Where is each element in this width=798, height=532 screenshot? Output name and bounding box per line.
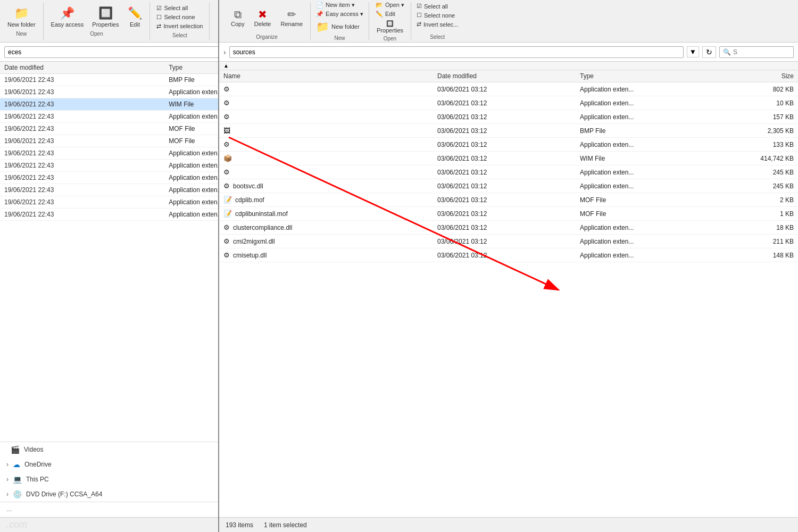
nav-item-thispc[interactable]: › 💻 This PC bbox=[0, 472, 221, 487]
properties-label-right: Properties bbox=[377, 27, 403, 34]
right-file-row-12[interactable]: ⚙cmisetup.dll 03/06/2021 03:12 Applicati… bbox=[219, 248, 798, 262]
onedrive-icon: ☁ bbox=[13, 460, 20, 469]
selected-count-right: 1 item selected bbox=[264, 521, 307, 529]
size-header-right[interactable]: Size bbox=[722, 72, 794, 80]
ribbon-section-open: 📌 Easy access 🔲 Properties ✏️ Edit Open bbox=[44, 2, 151, 40]
dvd-label: DVD Drive (F:) CCSA_A64 bbox=[26, 491, 102, 498]
nav-arrow-dvd: › bbox=[6, 491, 9, 498]
right-file-row-5[interactable]: 📦 03/06/2021 03:12 WIM File 414,742 KB bbox=[219, 152, 798, 165]
edit-icon-right: ✏️ bbox=[376, 11, 383, 18]
right-ribbon-new: 📄 New item ▾ 📌 Easy access ▾ 📁 New folde… bbox=[311, 2, 369, 40]
copy-button-right[interactable]: ⧉ Copy bbox=[227, 7, 249, 28]
right-file-size-11: 211 KB bbox=[722, 238, 794, 245]
right-file-size-12: 148 KB bbox=[722, 252, 794, 259]
type-header-right[interactable]: Type bbox=[580, 72, 722, 80]
left-file-date-0: 19/06/2021 22:43 bbox=[4, 76, 169, 84]
refresh-button-right[interactable]: ↻ bbox=[702, 46, 716, 58]
rename-button-right[interactable]: ✏ Rename bbox=[276, 7, 307, 28]
sort-toggle-row: ▲ bbox=[219, 62, 798, 70]
right-file-type-12: Application exten... bbox=[580, 252, 722, 259]
right-file-row-3[interactable]: 🖼 03/06/2021 03:12 BMP File 2,305 KB bbox=[219, 124, 798, 138]
address-input-right[interactable] bbox=[229, 46, 684, 58]
right-file-row-0[interactable]: ⚙ 03/06/2021 03:12 Application exten... … bbox=[219, 82, 798, 96]
file-icon-6: ⚙ bbox=[223, 168, 230, 176]
right-file-row-10[interactable]: ⚙clustercompliance.dll 03/06/2021 03:12 … bbox=[219, 221, 798, 235]
easy-access-button-right[interactable]: 📌 Easy access ▾ bbox=[314, 10, 365, 18]
new-folder-button[interactable]: 📁 New folder bbox=[4, 5, 39, 29]
new-folder-button-right[interactable]: 📁 New folder bbox=[314, 19, 362, 34]
right-ribbon-organize: ⧉ Copy ✖ Delete ✏ Rename Organize bbox=[223, 2, 311, 40]
delete-button-right[interactable]: ✖ Delete bbox=[250, 7, 276, 28]
file-icon-2: ⚙ bbox=[223, 113, 230, 121]
invert-selection-label-left: Invert selection bbox=[163, 23, 203, 29]
date-modified-header-left[interactable]: Date modified bbox=[4, 64, 169, 71]
right-status-bar: 193 items 1 item selected bbox=[219, 517, 798, 532]
right-file-row-6[interactable]: ⚙ 03/06/2021 03:12 Application exten... … bbox=[219, 165, 798, 179]
thispc-label: This PC bbox=[26, 476, 49, 483]
right-file-row-9[interactable]: 📝cdplibuninstall.mof 03/06/2021 03:12 MO… bbox=[219, 207, 798, 221]
select-none-button-left[interactable]: ☐ Select none bbox=[154, 13, 205, 21]
select-all-button-right[interactable]: ☑ Select all bbox=[414, 2, 460, 10]
right-file-date-3: 03/06/2021 03:12 bbox=[437, 127, 580, 135]
select-all-icon-right: ☑ bbox=[417, 3, 422, 10]
name-header-right[interactable]: Name bbox=[223, 72, 437, 80]
nav-item-scroll-more[interactable]: ... bbox=[0, 502, 221, 516]
open-icon-right: 📂 bbox=[376, 2, 383, 9]
rename-icon: ✏ bbox=[287, 8, 296, 21]
select-all-button-left[interactable]: ☑ Select all bbox=[154, 4, 205, 12]
right-file-type-2: Application exten... bbox=[580, 113, 722, 121]
new-item-button-right[interactable]: 📄 New item ▾ bbox=[314, 1, 357, 9]
right-file-date-4: 03/06/2021 03:12 bbox=[437, 141, 580, 148]
breadcrumb-expand-right[interactable]: › bbox=[223, 48, 226, 56]
right-file-name-6: ⚙ bbox=[223, 168, 437, 176]
invert-selection-button-left[interactable]: ⇄ Invert selection bbox=[154, 22, 205, 30]
right-file-date-10: 03/06/2021 03:12 bbox=[437, 224, 580, 231]
edit-button[interactable]: ✏️ Edit bbox=[124, 5, 145, 29]
sort-toggle-button[interactable]: ▲ bbox=[223, 63, 229, 69]
dvd-icon: 💿 bbox=[13, 490, 22, 498]
copy-label: Copy bbox=[231, 21, 245, 27]
dropdown-btn-right[interactable]: ▼ bbox=[687, 46, 699, 57]
right-file-date-12: 03/06/2021 03:12 bbox=[437, 252, 580, 259]
right-file-row-2[interactable]: ⚙ 03/06/2021 03:12 Application exten... … bbox=[219, 110, 798, 124]
easy-access-button[interactable]: 📌 Easy access bbox=[48, 5, 87, 29]
right-file-date-9: 03/06/2021 03:12 bbox=[437, 210, 580, 218]
right-file-row-4[interactable]: ⚙ 03/06/2021 03:12 Application exten... … bbox=[219, 138, 798, 152]
search-input-right[interactable] bbox=[733, 48, 786, 56]
left-file-date-4: 19/06/2021 22:43 bbox=[4, 125, 169, 132]
nav-item-dvd[interactable]: › 💿 DVD Drive (F:) CCSA_A64 bbox=[0, 487, 221, 502]
properties-button-right[interactable]: 🔲 Properties bbox=[372, 19, 408, 35]
invert-label-right: Invert selec... bbox=[423, 21, 458, 28]
right-file-row-1[interactable]: ⚙ 03/06/2021 03:12 Application exten... … bbox=[219, 96, 798, 110]
left-file-date-1: 19/06/2021 22:43 bbox=[4, 88, 169, 96]
file-icon-11: ⚙ bbox=[223, 237, 230, 245]
open-section-title-right: Open bbox=[384, 36, 396, 41]
right-file-type-11: Application exten... bbox=[580, 238, 722, 245]
select-none-label-left: Select none bbox=[164, 14, 195, 20]
select-none-button-right[interactable]: ☐ Select none bbox=[414, 11, 460, 19]
ribbon-section-new: 📁 New folder New bbox=[0, 2, 44, 40]
right-file-size-10: 18 KB bbox=[722, 224, 794, 231]
select-none-icon-left: ☐ bbox=[156, 14, 162, 21]
delete-label: Delete bbox=[254, 21, 271, 27]
right-file-date-8: 03/06/2021 03:12 bbox=[437, 196, 580, 204]
easy-access-label: Easy access bbox=[51, 21, 84, 28]
date-modified-header-right[interactable]: Date modified bbox=[437, 72, 580, 80]
left-file-date-8: 19/06/2021 22:43 bbox=[4, 174, 169, 181]
nav-item-videos[interactable]: 🎬 Videos bbox=[0, 442, 221, 457]
invert-icon-right: ⇄ bbox=[417, 21, 421, 28]
properties-button[interactable]: 🔲 Properties bbox=[89, 5, 122, 29]
right-file-name-3: 🖼 bbox=[223, 127, 437, 135]
invert-selection-button-right[interactable]: ⇄ Invert selec... bbox=[414, 20, 460, 28]
organize-section-title: Organize bbox=[256, 34, 278, 40]
left-file-date-11: 19/06/2021 22:43 bbox=[4, 211, 169, 218]
left-file-date-2: 19/06/2021 22:43 bbox=[4, 101, 169, 108]
right-file-size-7: 245 KB bbox=[722, 182, 794, 190]
nav-item-onedrive[interactable]: › ☁ OneDrive bbox=[0, 457, 221, 472]
open-button-right[interactable]: 📂 Open ▾ bbox=[373, 1, 406, 9]
right-file-row-8[interactable]: 📝cdplib.mof 03/06/2021 03:12 MOF File 2 … bbox=[219, 193, 798, 207]
right-file-row-11[interactable]: ⚙cmi2migxml.dll 03/06/2021 03:12 Applica… bbox=[219, 235, 798, 248]
edit-button-right[interactable]: ✏️ Edit bbox=[373, 10, 397, 18]
right-column-headers: Name Date modified Type Size bbox=[219, 70, 798, 82]
right-file-row-7[interactable]: ⚙bootsvc.dll 03/06/2021 03:12 Applicatio… bbox=[219, 179, 798, 193]
